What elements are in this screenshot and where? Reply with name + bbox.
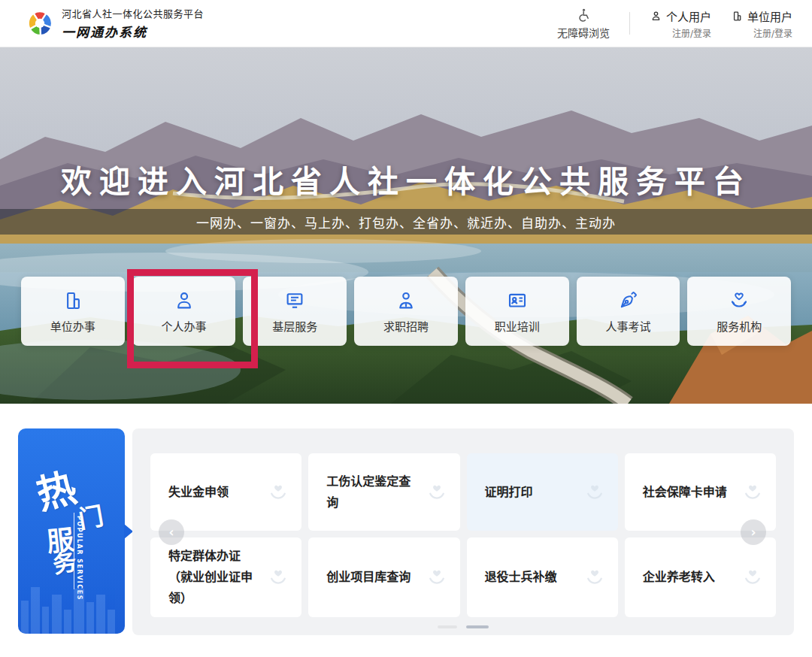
category-label: 基层服务 xyxy=(272,318,317,334)
monitor-icon xyxy=(283,289,306,312)
hot-card-label: 退役士兵补缴 xyxy=(485,567,557,588)
person-icon xyxy=(650,10,662,23)
header-actions: 无障碍浏览 个人用户 注册/登录 单位用户 注册/登录 xyxy=(557,7,792,40)
hot-card-label: 社会保障卡申请 xyxy=(643,482,727,503)
hot-char-1: 热 xyxy=(30,456,82,520)
hot-services-side-panel: 热 门 服 务 POPULAR SERVICES xyxy=(18,428,125,634)
carousel-pagination xyxy=(438,625,489,628)
category-label: 个人办事 xyxy=(162,318,207,334)
hot-card-certificate-printing[interactable]: 证明打印 xyxy=(467,453,618,531)
top-header: 河北省人社一体化公共服务平台 一网通办系统 无障碍浏览 个人用户 注册/登录 xyxy=(0,0,812,47)
personal-user-login[interactable]: 个人用户 注册/登录 xyxy=(650,8,711,39)
category-service-agencies[interactable]: 服务机构 xyxy=(687,277,791,346)
building-icon xyxy=(731,10,744,23)
hot-card-veteran-supplementary-payment[interactable]: 退役士兵补缴 xyxy=(467,537,618,617)
hero-banner: 欢迎进入河北省人社一体化公共服务平台 一网办、一窗办、马上办、打包办、全省办、就… xyxy=(0,47,812,404)
hot-card-label: 企业养老转入 xyxy=(643,567,715,588)
site-logo[interactable]: 河北省人社一体化公共服务平台 一网通办系统 xyxy=(26,6,204,41)
unit-user-label: 单位用户 xyxy=(747,8,792,24)
personal-user-register-login[interactable]: 注册/登录 xyxy=(672,26,711,39)
building-icon xyxy=(62,289,84,312)
category-job-recruitment[interactable]: 求职招聘 xyxy=(354,277,458,346)
accessibility-label: 无障碍浏览 xyxy=(557,25,610,40)
hot-card-label: 创业项目库查询 xyxy=(326,567,411,588)
banner-subtitle: 一网办、一窗办、马上办、打包办、全省办、就近办、自助办、主动办 xyxy=(196,213,616,232)
personal-user-label: 个人用户 xyxy=(666,8,711,24)
hands-heart-icon[interactable] xyxy=(741,566,764,589)
category-personnel-exam[interactable]: 人事考试 xyxy=(577,277,680,346)
hands-heart-icon xyxy=(728,289,750,312)
chevron-right-icon[interactable]: › xyxy=(741,519,766,545)
platform-name: 河北省人社一体化公共服务平台 xyxy=(62,6,204,20)
category-vocational-training[interactable]: 职业培训 xyxy=(465,277,569,346)
banner-title: 欢迎进入河北省人社一体化公共服务平台 xyxy=(0,156,812,201)
accessibility-toggle[interactable]: 无障碍浏览 xyxy=(557,7,610,40)
hot-card-startup-project-library[interactable]: 创业项目库查询 xyxy=(308,537,459,617)
hands-heart-icon[interactable] xyxy=(426,481,448,504)
chevron-left-icon[interactable]: ‹ xyxy=(159,519,184,545)
category-personal-affairs[interactable]: 个人办事 xyxy=(132,277,236,346)
hot-card-specific-group-certificate[interactable]: 特定群体办证（就业创业证申领） xyxy=(150,537,301,617)
id-card-icon xyxy=(506,289,529,312)
hot-services-section: 热 门 服 务 POPULAR SERVICES ‹ › 失业金申领 xyxy=(18,428,794,635)
hands-heart-icon[interactable] xyxy=(583,481,606,504)
unit-user-register-login[interactable]: 注册/登录 xyxy=(753,26,792,39)
hands-heart-icon[interactable] xyxy=(583,566,606,589)
unit-user-login[interactable]: 单位用户 注册/登录 xyxy=(731,8,792,39)
category-label: 人事考试 xyxy=(605,318,650,334)
platform-logo-icon xyxy=(26,9,54,38)
category-grassroots-services[interactable]: 基层服务 xyxy=(243,277,347,346)
banner-subtitle-strip: 一网办、一窗办、马上办、打包办、全省办、就近办、自助办、主动办 xyxy=(0,209,812,235)
hot-card-work-injury-query[interactable]: 工伤认定鉴定查询 xyxy=(308,453,459,531)
person-icon xyxy=(173,289,195,312)
hot-card-enterprise-pension-transfer[interactable]: 企业养老转入 xyxy=(625,537,776,617)
person-tie-icon xyxy=(395,289,417,312)
category-label: 服务机构 xyxy=(717,318,762,334)
category-label: 职业培训 xyxy=(495,318,540,334)
pagination-dash-1[interactable] xyxy=(438,625,457,628)
hot-card-label: 特定群体办证（就业创业证申领） xyxy=(168,546,261,609)
hot-services-grid: 失业金申领 工伤认定鉴定查询 证明打印 xyxy=(150,453,776,617)
hands-heart-icon[interactable] xyxy=(267,481,289,504)
category-label: 单位办事 xyxy=(50,318,95,334)
hands-heart-icon[interactable] xyxy=(426,566,448,589)
hot-card-label: 失业金申领 xyxy=(168,482,229,503)
category-label: 求职招聘 xyxy=(383,318,429,334)
header-divider xyxy=(629,12,630,35)
pen-icon xyxy=(617,289,639,312)
wheelchair-icon xyxy=(575,7,592,23)
category-unit-affairs[interactable]: 单位办事 xyxy=(21,277,125,346)
city-skyline-icon xyxy=(18,575,125,634)
hot-card-label: 工伤认定鉴定查询 xyxy=(326,471,419,513)
hands-heart-icon[interactable] xyxy=(741,481,764,504)
hot-services-panel: ‹ › 失业金申领 工伤认定鉴定查询 证明打印 xyxy=(132,428,794,635)
category-row: 单位办事 个人办事 基层服务 求职招聘 职业培训 xyxy=(21,277,791,346)
hands-heart-icon[interactable] xyxy=(267,566,289,589)
pagination-dash-2[interactable] xyxy=(466,625,489,628)
hot-card-label: 证明打印 xyxy=(485,482,533,503)
system-name: 一网通办系统 xyxy=(62,22,204,41)
